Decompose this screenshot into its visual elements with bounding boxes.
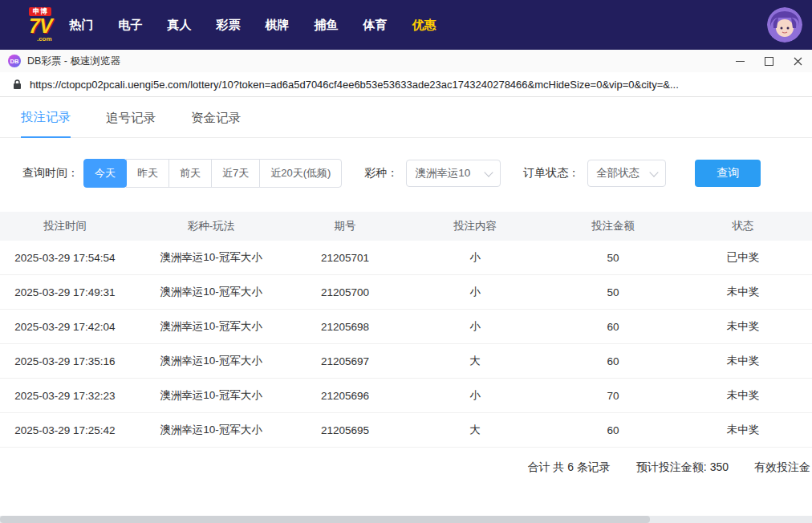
nav-item-fishing[interactable]: 捕鱼 (315, 18, 339, 33)
cell-issue: 21205701 (292, 241, 398, 275)
address-bar[interactable]: https://ctopcp02pcali.uengi5e.com/lotter… (0, 72, 812, 97)
cell-status: 未中奖 (674, 379, 812, 413)
query-button[interactable]: 查询 (695, 160, 761, 187)
cell-issue: 21205698 (292, 310, 398, 344)
status-selected-value: 全部状态 (596, 166, 639, 180)
nav-item-boardgames[interactable]: 棋牌 (266, 18, 290, 33)
col-header-status: 状态 (674, 212, 812, 241)
table-row: 2025-03-29 17:42:04 澳洲幸运10-冠军大小 21205698… (0, 310, 812, 344)
time-filter-20days[interactable]: 近20天(低频) (259, 159, 342, 188)
cell-bet-time: 2025-03-29 17:54:54 (0, 241, 130, 275)
avatar-illustration (767, 7, 802, 43)
time-filter-day-before[interactable]: 前天 (168, 159, 212, 188)
cell-status: 未中奖 (674, 275, 812, 310)
site-logo[interactable]: 申博 7V .com (29, 7, 52, 43)
lottery-selected-value: 澳洲幸运10 (415, 166, 470, 180)
nav-item-hot[interactable]: 热门 (70, 18, 94, 33)
cell-bet-time: 2025-03-29 17:35:16 (0, 344, 130, 379)
cell-amount: 60 (552, 413, 674, 448)
time-filter-yesterday[interactable]: 昨天 (126, 159, 169, 188)
scrollbar-thumb[interactable] (0, 516, 650, 523)
table-row: 2025-03-29 17:32:23 澳洲幸运10-冠军大小 21205696… (0, 379, 812, 413)
cell-amount: 50 (552, 241, 674, 275)
cell-status: 未中奖 (674, 344, 812, 379)
ssl-lock-icon[interactable] (13, 79, 22, 90)
maximize-button[interactable] (754, 50, 783, 72)
cell-game: 澳洲幸运10-冠军大小 (130, 275, 292, 310)
chevron-down-icon (485, 168, 493, 176)
cell-content: 小 (398, 310, 552, 344)
order-status-label: 订单状态： (523, 166, 579, 180)
user-avatar[interactable] (767, 7, 802, 43)
cell-content: 小 (398, 379, 552, 413)
cell-content: 小 (398, 241, 552, 275)
cell-amount: 60 (552, 344, 674, 379)
window-controls (725, 50, 812, 72)
filter-bar: 查询时间： 今天 昨天 前天 近7天 近20天(低频) 彩种： 澳洲幸运10 订… (22, 159, 812, 188)
cell-bet-time: 2025-03-29 17:32:23 (0, 379, 130, 413)
query-time-label: 查询时间： (22, 166, 79, 180)
nav-item-live[interactable]: 真人 (168, 18, 192, 33)
table-header-row: 投注时间 彩种-玩法 期号 投注内容 投注金额 状态 (0, 212, 812, 241)
window-title: DB彩票 - 极速浏览器 (27, 55, 120, 68)
time-filter-7days[interactable]: 近7天 (211, 159, 260, 188)
main-nav: 热门 电子 真人 彩票 棋牌 捕鱼 体育 优惠 (70, 18, 436, 33)
order-status-select[interactable]: 全部状态 (587, 160, 666, 187)
time-filter-today[interactable]: 今天 (83, 159, 127, 188)
tab-funds-records[interactable]: 资金记录 (191, 110, 241, 137)
summary-total-records: 合计 共 6 条记录 (527, 460, 610, 475)
col-header-bet-time: 投注时间 (0, 212, 130, 241)
col-header-issue: 期号 (292, 212, 398, 241)
lottery-select[interactable]: 澳洲幸运10 (406, 160, 501, 187)
cell-bet-time: 2025-03-29 17:42:04 (0, 310, 130, 344)
logo-main-text: 7V (29, 16, 52, 36)
horizontal-scrollbar[interactable] (0, 516, 812, 523)
summary-valid-amount: 有效投注金 (754, 460, 810, 475)
logo-sub-text: .com (37, 36, 52, 43)
cell-content: 大 (398, 413, 552, 448)
cell-bet-time: 2025-03-29 17:49:31 (0, 275, 130, 310)
nav-item-promotions[interactable]: 优惠 (412, 18, 436, 33)
cell-content: 小 (398, 275, 552, 310)
table-row: 2025-03-29 17:54:54 澳洲幸运10-冠军大小 21205701… (0, 241, 812, 275)
tab-bet-records[interactable]: 投注记录 (21, 109, 71, 138)
cell-status: 未中奖 (674, 310, 812, 344)
cell-content: 大 (398, 344, 552, 379)
nav-item-lottery[interactable]: 彩票 (217, 18, 241, 33)
cell-issue: 21205696 (292, 379, 398, 413)
nav-item-sports[interactable]: 体育 (363, 18, 388, 33)
table-row: 2025-03-29 17:49:31 澳洲幸运10-冠军大小 21205700… (0, 275, 812, 310)
chevron-down-icon (650, 168, 659, 176)
screen: 申博 7V .com 热门 电子 真人 彩票 棋牌 捕鱼 体育 优惠 (0, 0, 812, 523)
cell-amount: 50 (552, 275, 674, 310)
url-text[interactable]: https://ctopcp02pcali.uengi5e.com/lotter… (30, 79, 800, 91)
window-title-bar: DB DB彩票 - 极速浏览器 (0, 50, 812, 72)
minimize-button[interactable] (725, 50, 754, 72)
close-icon (794, 57, 802, 66)
maximize-icon (765, 57, 773, 66)
cell-status: 未中奖 (674, 413, 812, 448)
cell-game: 澳洲幸运10-冠军大小 (130, 310, 292, 344)
top-nav-bar: 申博 7V .com 热门 电子 真人 彩票 棋牌 捕鱼 体育 优惠 (0, 0, 812, 50)
close-button[interactable] (783, 50, 812, 72)
lottery-label: 彩种： (364, 166, 398, 180)
cell-game: 澳洲幸运10-冠军大小 (130, 379, 292, 413)
bet-records-table: 投注时间 彩种-玩法 期号 投注内容 投注金额 状态 2025-03-29 17… (0, 212, 812, 448)
cell-amount: 60 (552, 310, 674, 344)
cell-status: 已中奖 (674, 241, 812, 275)
nav-item-slots[interactable]: 电子 (119, 18, 143, 33)
cell-game: 澳洲幸运10-冠军大小 (130, 413, 292, 448)
minimize-icon (736, 61, 745, 62)
summary-bar: 合计 共 6 条记录 预计投注金额: 350 有效投注金 (0, 460, 812, 475)
time-filter-group: 今天 昨天 前天 近7天 近20天(低频) (83, 159, 342, 188)
cell-bet-time: 2025-03-29 17:25:42 (0, 413, 130, 448)
cell-issue: 21205697 (292, 344, 398, 379)
tab-chase-records[interactable]: 追号记录 (106, 110, 156, 137)
col-header-amount: 投注金额 (552, 212, 674, 241)
col-header-content: 投注内容 (398, 212, 552, 241)
record-tabs: 投注记录 追号记录 资金记录 (0, 97, 812, 138)
app-icon: DB (8, 55, 21, 67)
cell-issue: 21205695 (292, 413, 398, 448)
summary-expected-amount: 预计投注金额: 350 (636, 460, 729, 475)
cell-amount: 70 (552, 379, 674, 413)
